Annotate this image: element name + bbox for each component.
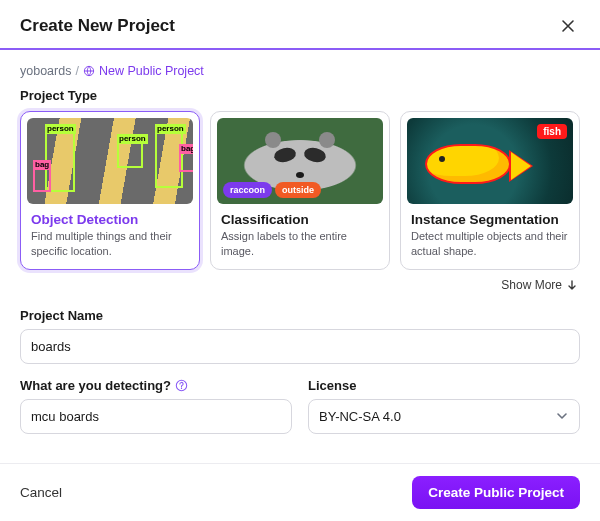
card-description: Find multiple things and their specific … (31, 229, 189, 259)
card-title: Classification (221, 212, 379, 227)
bbox-bag: bag (179, 152, 193, 172)
close-button[interactable] (556, 14, 580, 38)
arrow-down-icon (566, 279, 578, 291)
close-icon (561, 19, 575, 33)
project-name-label: Project Name (20, 308, 580, 323)
project-type-cards: person person person bag bag Object Dete… (20, 111, 580, 270)
classification-tag: outside (275, 182, 321, 198)
card-description: Detect multiple objects and their actual… (411, 229, 569, 259)
cancel-button[interactable]: Cancel (20, 485, 62, 500)
globe-icon (83, 65, 95, 77)
segmentation-label: fish (537, 124, 567, 139)
show-more-label: Show More (501, 278, 562, 292)
modal-body: yoboards / New Public Project Project Ty… (0, 50, 600, 463)
modal-footer: Cancel Create Public Project (0, 463, 600, 521)
create-public-project-button[interactable]: Create Public Project (412, 476, 580, 509)
chevron-down-icon (555, 409, 569, 423)
license-selected-value: BY-NC-SA 4.0 (319, 409, 401, 424)
bbox-bag: bag (33, 168, 51, 192)
detecting-field: What are you detecting? (20, 372, 292, 434)
card-thumbnail: raccoon outside (217, 118, 383, 204)
show-more-button[interactable]: Show More (20, 278, 578, 292)
raccoon-illustration (270, 136, 330, 180)
card-thumbnail: person person person bag bag (27, 118, 193, 204)
help-icon[interactable] (175, 379, 188, 392)
project-type-label: Project Type (20, 88, 580, 103)
project-type-card-classification[interactable]: raccoon outside Classification Assign la… (210, 111, 390, 270)
card-description: Assign labels to the entire image. (221, 229, 379, 259)
project-name-field: Project Name (20, 302, 580, 364)
svg-point-2 (181, 387, 182, 388)
classification-tag: raccoon (223, 182, 272, 198)
create-project-modal: Create New Project yoboards / New Public… (0, 0, 600, 521)
project-type-card-instance-segmentation[interactable]: fish Instance Segmentation Detect multip… (400, 111, 580, 270)
breadcrumb: yoboards / New Public Project (20, 64, 580, 78)
detecting-label: What are you detecting? (20, 378, 292, 393)
card-thumbnail: fish (407, 118, 573, 204)
card-title: Instance Segmentation (411, 212, 569, 227)
license-label: License (308, 378, 580, 393)
project-type-card-object-detection[interactable]: person person person bag bag Object Dete… (20, 111, 200, 270)
bbox-person: person (117, 142, 143, 168)
breadcrumb-current-label: New Public Project (99, 64, 204, 78)
detecting-input[interactable] (20, 399, 292, 434)
fish-illustration (425, 138, 535, 188)
project-name-input[interactable] (20, 329, 580, 364)
breadcrumb-separator: / (75, 64, 78, 78)
breadcrumb-current: New Public Project (83, 64, 204, 78)
modal-title: Create New Project (20, 16, 175, 36)
card-title: Object Detection (31, 212, 189, 227)
license-select[interactable]: BY-NC-SA 4.0 (308, 399, 580, 434)
breadcrumb-root[interactable]: yoboards (20, 64, 71, 78)
license-field: License BY-NC-SA 4.0 (308, 372, 580, 434)
modal-header: Create New Project (0, 0, 600, 48)
